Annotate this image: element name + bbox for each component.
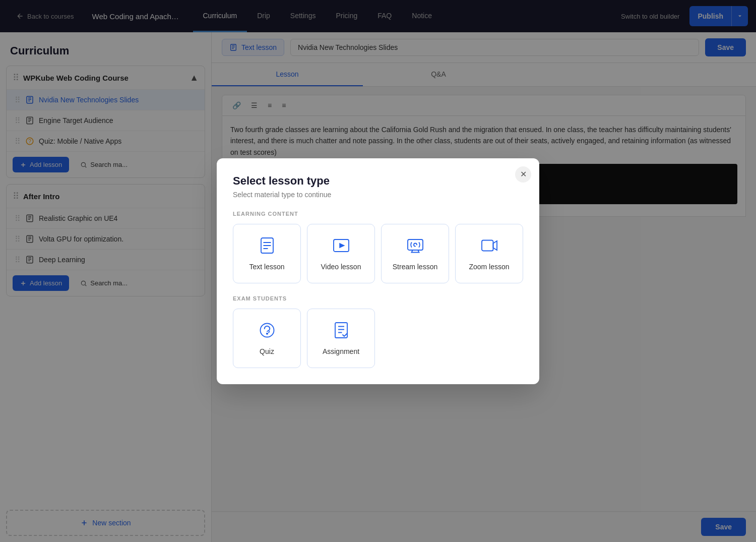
quiz-card[interactable]: Quiz: [233, 309, 301, 368]
svg-point-16: [266, 333, 267, 334]
assignment-card[interactable]: Assignment: [307, 309, 375, 368]
learning-content-grid: Text lesson Video lesson: [233, 224, 523, 283]
svg-point-15: [260, 323, 274, 337]
stream-lesson-card[interactable]: Stream lesson: [381, 224, 449, 283]
video-lesson-card-label: Video lesson: [321, 263, 361, 271]
modal-close-button[interactable]: ✕: [515, 166, 531, 183]
video-lesson-card[interactable]: Video lesson: [307, 224, 375, 283]
svg-marker-12: [339, 243, 345, 248]
quiz-card-label: Quiz: [260, 347, 274, 355]
text-lesson-card[interactable]: Text lesson: [233, 224, 301, 283]
select-lesson-type-modal: ✕ Select lesson type Select material typ…: [217, 158, 539, 384]
text-lesson-card-label: Text lesson: [249, 263, 284, 271]
svg-rect-14: [482, 240, 493, 251]
stream-lesson-card-label: Stream lesson: [393, 263, 437, 271]
exam-students-label: EXAM STUDENTS: [233, 295, 523, 302]
learning-content-label: LEARNING CONTENT: [233, 211, 523, 217]
zoom-lesson-card[interactable]: Zoom lesson: [455, 224, 523, 283]
quiz-card-icon: [258, 321, 276, 341]
assignment-card-icon: [332, 321, 350, 341]
stream-lesson-card-icon: [406, 236, 424, 257]
exam-students-grid: Quiz Assignment: [233, 309, 523, 368]
video-lesson-card-icon: [332, 236, 350, 257]
zoom-lesson-card-label: Zoom lesson: [469, 263, 509, 271]
svg-rect-13: [408, 239, 423, 250]
modal-title: Select lesson type: [233, 174, 523, 188]
modal-subtitle: Select material type to continue: [233, 191, 523, 199]
modal-overlay[interactable]: ✕ Select lesson type Select material typ…: [0, 0, 756, 542]
zoom-lesson-card-icon: [480, 236, 498, 257]
text-lesson-card-icon: [258, 236, 276, 257]
assignment-card-label: Assignment: [323, 347, 359, 355]
